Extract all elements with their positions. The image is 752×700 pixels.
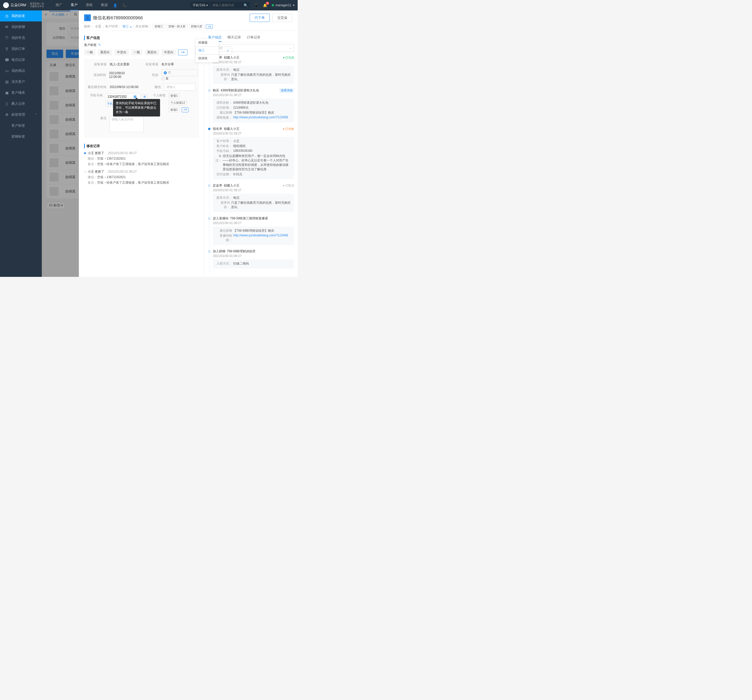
radio-female[interactable]: 女	[162, 76, 169, 81]
tag[interactable]: 一般	[84, 49, 96, 55]
top-right: 📱 🔔 manager11 ▾	[254, 3, 295, 7]
remark-label: 备注	[88, 116, 107, 120]
tag[interactable]: 中意向	[114, 49, 129, 55]
friend-label: 好友来源	[140, 62, 158, 67]
logo: ⌒ 云朵CRM 教育机构一站式服务云平台	[3, 2, 44, 8]
clock-icon: ◷	[5, 14, 9, 18]
online-dot	[272, 4, 274, 6]
phone-label: 手机号码	[88, 93, 103, 98]
mgr-value: 张三	[123, 24, 129, 29]
sidebar-sub-customer-tags[interactable]: 客户标签	[0, 120, 42, 131]
group-more[interactable]: +4	[206, 25, 213, 29]
search: 手机号码 ▾ 🔍	[191, 2, 250, 9]
nav-qc[interactable]: 质检	[85, 0, 94, 11]
sidebar-item-tags[interactable]: ⚙标签管理˄	[0, 109, 42, 120]
dd-item[interactable]: 俱保咏	[196, 54, 219, 62]
search-type[interactable]: 手机号码 ▾	[191, 3, 210, 8]
dd-item[interactable]: 张三✓	[196, 47, 232, 54]
customer-title: 微信名称6789990000966	[93, 15, 143, 21]
box-icon: ▭	[5, 69, 9, 73]
check-icon: ✓	[227, 49, 229, 53]
search-button[interactable]: 🔍	[242, 3, 250, 7]
proxy-order-button[interactable]: 代下单	[250, 14, 270, 22]
tag[interactable]: 高意向	[144, 49, 159, 55]
friend-value: 名片分享	[162, 62, 195, 67]
sidebar-item-calls[interactable]: ☎电话记录	[0, 54, 42, 65]
sidebar-item-friends[interactable]: ◷我的好友	[0, 11, 42, 22]
tag-more[interactable]: +4	[178, 49, 188, 55]
sidebar-item-lost[interactable]: ▤流失客户	[0, 76, 42, 87]
ptag[interactable]: 标签1	[169, 93, 180, 98]
modlog-list: 小王 更新了2021/01/30 01:38:27微信：空值→136721828…	[84, 151, 199, 185]
drawer-right: 客户动态 聊天记录 订单记录 全部动态⌄ 定金单创建人小王已完成2020/01/…	[204, 31, 298, 277]
group-chip[interactable]: 群聊六群	[189, 24, 204, 29]
group-label: 所在群聊：	[135, 24, 151, 29]
mobile-icon[interactable]: 📱	[254, 3, 258, 7]
dd-item[interactable]: 师馨薇	[196, 39, 219, 47]
phone-icon: ☎	[5, 58, 9, 62]
add-label: 添加时间	[88, 73, 106, 77]
ptag-label: 个人标签	[151, 93, 166, 98]
customer-icon: 👤	[84, 14, 91, 21]
user-menu[interactable]: manager11 ▾	[272, 3, 295, 7]
ptag[interactable]: 个人标签12	[169, 100, 187, 105]
manager-dropdown: 师馨薇 张三✓ 俱保咏	[195, 39, 219, 62]
bell-icon[interactable]: 🔔	[263, 3, 267, 7]
message-icon: ✉	[5, 25, 9, 29]
search-input[interactable]	[210, 3, 242, 7]
view-detail[interactable]: 查看详情	[280, 88, 294, 93]
wx-input[interactable]: 请输入	[164, 84, 195, 91]
phone-icon[interactable]: 📞	[123, 3, 127, 7]
sidebar-sub-group-tags[interactable]: 群聊标签	[0, 131, 42, 142]
logo-sub: 教育机构一站式服务云平台	[28, 3, 44, 8]
mgr-label: 客户经理：	[105, 24, 121, 29]
wx-label: 微信	[142, 85, 161, 89]
nav-icons: 👤 📞	[113, 3, 127, 7]
info-card: 获客来源 线上-北京昱新 好友来源 名片分享 添加时间 2021/09/10 1…	[84, 59, 199, 138]
tag[interactable]: 高意向	[98, 49, 112, 55]
src-value: 线上-北京昱新	[110, 62, 129, 67]
sidebar-item-groups[interactable]: ✉我的群聊	[0, 22, 42, 33]
user-icon[interactable]: 👤	[113, 3, 117, 7]
ptag-more[interactable]: +4	[182, 107, 189, 112]
edit-tags-icon[interactable]: ✎	[98, 43, 101, 47]
chat-label: 最近聊天时间	[88, 85, 107, 89]
topbar: ⌒ 云朵CRM 教育机构一站式服务云平台 推广 客户 质检 数据 👤 📞 手机号…	[0, 0, 298, 11]
sidebar-item-delete[interactable]: ▯删人记录	[0, 98, 42, 109]
sidebar-item-students[interactable]: ⛉我的学员	[0, 33, 42, 44]
nav-data[interactable]: 数据	[100, 0, 109, 11]
tag[interactable]: 一般	[131, 49, 143, 55]
chevron-down-icon: ▾	[293, 3, 295, 7]
copy-icon: ▣	[5, 91, 9, 95]
deposit-button[interactable]: 交定金	[272, 14, 292, 22]
chat-value: 2021/09/10 12:00:00	[110, 85, 138, 89]
tags-label: 客户标签	[84, 43, 96, 47]
phone-add-button[interactable]: ⊕	[142, 94, 148, 100]
logo-icon: ⌒	[3, 2, 9, 8]
sidebar-item-goods[interactable]: ▭我的商品	[0, 65, 42, 76]
logo-text: 云朵CRM	[11, 3, 26, 8]
add-value: 2021/09/10 12:00:00	[109, 71, 137, 79]
rtab-chat[interactable]: 聊天记录	[227, 33, 241, 42]
sex-label: 性别	[140, 73, 158, 77]
mgr-dropdown-toggle[interactable]: ▴	[130, 25, 132, 28]
group-chip[interactable]: 群聊一群大群	[166, 24, 188, 29]
drawer-left: 客户信息 客户标签✎ 一般 高意向 中意向 一般 高意向 中意向 +4 获客来源…	[79, 31, 204, 277]
section-modlog: 修改记录	[84, 144, 199, 148]
tag[interactable]: 中意向	[162, 49, 176, 55]
sidebar-item-orders[interactable]: ⚲我的订单	[0, 44, 42, 54]
remark-input[interactable]: 请输入备注内容	[110, 116, 144, 132]
wrench-icon: ⚙	[5, 113, 9, 117]
delete-icon: ▯	[5, 102, 9, 106]
username: manager11	[275, 3, 291, 7]
group-chip[interactable]: 群聊三	[153, 24, 165, 29]
nav-promote[interactable]: 推广	[54, 0, 64, 11]
nav-customer[interactable]: 客户	[70, 0, 79, 11]
ptag[interactable]: 标签1	[169, 107, 180, 112]
radio-male[interactable]: 男	[162, 69, 198, 76]
chevron-down-icon: ⌄	[289, 46, 292, 50]
phone-merge-tooltip: 查询到此手机号码在系统中已存在，可以将两条客户数据合并为一条	[113, 99, 160, 117]
sidebar-item-inherit[interactable]: ▣客户继承	[0, 87, 42, 98]
phone-input[interactable]	[106, 95, 132, 98]
rtab-order[interactable]: 订单记录	[247, 33, 260, 42]
